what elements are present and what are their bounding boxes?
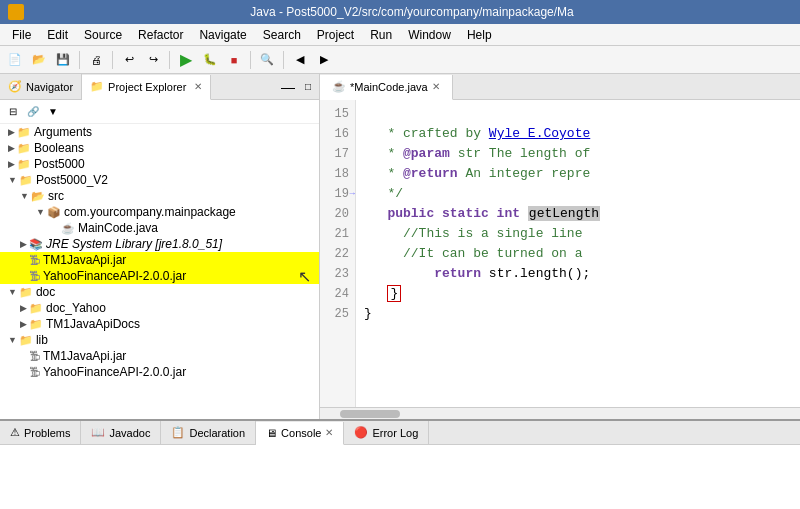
toolbar-sep-1 bbox=[79, 51, 80, 69]
tab-maincode-label: *MainCode.java bbox=[350, 81, 428, 93]
arrow-icon: ▶ bbox=[8, 127, 15, 137]
minimize-btn[interactable]: — bbox=[279, 78, 297, 96]
line-num-15: 15 bbox=[326, 104, 349, 124]
line-num-23: 23 bbox=[326, 264, 349, 284]
arrow-icon: ▶ bbox=[8, 159, 15, 169]
debug-button[interactable]: 🐛 bbox=[199, 49, 221, 71]
menu-navigate[interactable]: Navigate bbox=[191, 26, 254, 44]
project-icon: 📁 bbox=[19, 174, 33, 187]
close-icon[interactable]: ✕ bbox=[194, 81, 202, 92]
package-icon: 📦 bbox=[47, 206, 61, 219]
title-bar: Java - Post5000_V2/src/com/yourcompany/m… bbox=[0, 0, 800, 24]
menu-refactor[interactable]: Refactor bbox=[130, 26, 191, 44]
line-num-24: 24 bbox=[326, 284, 349, 304]
code-line-25 bbox=[364, 326, 372, 341]
menu-edit[interactable]: Edit bbox=[39, 26, 76, 44]
maximize-btn[interactable]: □ bbox=[299, 78, 317, 96]
tab-console[interactable]: 🖥 Console ✕ bbox=[256, 422, 344, 445]
link-editor-btn[interactable]: 🔗 bbox=[24, 103, 42, 121]
tree-item-doc[interactable]: ▼ 📁 doc bbox=[0, 284, 319, 300]
menu-search[interactable]: Search bbox=[255, 26, 309, 44]
tab-project-explorer[interactable]: 📁 Project Explorer ✕ bbox=[82, 75, 211, 100]
search-button[interactable]: 🔍 bbox=[256, 49, 278, 71]
left-panel: 🧭 Navigator 📁 Project Explorer ✕ — □ ⊟ 🔗… bbox=[0, 74, 320, 419]
code-scrollbar[interactable] bbox=[320, 407, 800, 419]
tree-item-tm1jar[interactable]: ▶ 🗜 TM1JavaApi.jar bbox=[0, 252, 319, 268]
tree-item-tm1docs[interactable]: ▶ 📁 TM1JavaApiDocs bbox=[0, 316, 319, 332]
stop-button[interactable]: ■ bbox=[223, 49, 245, 71]
tree-item-maincode[interactable]: ▶ ☕ MainCode.java bbox=[0, 220, 319, 236]
menu-project[interactable]: Project bbox=[309, 26, 362, 44]
collapse-all-btn[interactable]: ⊟ bbox=[4, 103, 22, 121]
arrow-icon: ▼ bbox=[20, 191, 29, 201]
redo-button[interactable]: ↪ bbox=[142, 49, 164, 71]
tab-errorlog-label: Error Log bbox=[372, 427, 418, 439]
tree-item-lib[interactable]: ▼ 📁 lib bbox=[0, 332, 319, 348]
tab-javadoc[interactable]: 📖 Javadoc bbox=[81, 421, 161, 444]
console-icon: 🖥 bbox=[266, 427, 277, 439]
line-num-19: 19→ bbox=[326, 184, 349, 204]
bottom-panel: ⚠ Problems 📖 Javadoc 📋 Declaration 🖥 Con… bbox=[0, 419, 800, 509]
tab-problems[interactable]: ⚠ Problems bbox=[0, 421, 81, 444]
tree-item-arguments[interactable]: ▶ 📁 Arguments bbox=[0, 124, 319, 140]
folder-icon: 📁 bbox=[17, 126, 31, 139]
open-button[interactable]: 📂 bbox=[28, 49, 50, 71]
print-button[interactable]: 🖨 bbox=[85, 49, 107, 71]
menu-btn[interactable]: ▼ bbox=[44, 103, 62, 121]
save-button[interactable]: 💾 bbox=[52, 49, 74, 71]
tab-navigator-label: Navigator bbox=[26, 81, 73, 93]
javadoc-icon: 📖 bbox=[91, 426, 105, 439]
arrow-icon: ▼ bbox=[8, 287, 17, 297]
tab-errorlog[interactable]: 🔴 Error Log bbox=[344, 421, 429, 444]
problems-icon: ⚠ bbox=[10, 426, 20, 439]
code-line-18: */ bbox=[364, 186, 403, 201]
menu-file[interactable]: File bbox=[4, 26, 39, 44]
tab-maincode[interactable]: ☕ *MainCode.java ✕ bbox=[320, 75, 453, 100]
console-close-icon[interactable]: ✕ bbox=[325, 427, 333, 438]
editor-tabs: ☕ *MainCode.java ✕ bbox=[320, 74, 800, 100]
toolbar: 📄 📂 💾 🖨 ↩ ↪ ▶ 🐛 ■ 🔍 ◀ ▶ bbox=[0, 46, 800, 74]
scroll-thumb[interactable] bbox=[340, 410, 400, 418]
tab-declaration[interactable]: 📋 Declaration bbox=[161, 421, 256, 444]
code-line-19: public static int getLength bbox=[364, 206, 600, 221]
code-line-15-link[interactable]: Wyle E.Coyote bbox=[489, 126, 590, 141]
folder-icon: 📁 bbox=[19, 286, 33, 299]
window-title: Java - Post5000_V2/src/com/yourcompany/m… bbox=[32, 5, 792, 19]
error-log-icon: 🔴 bbox=[354, 426, 368, 439]
undo-button[interactable]: ↩ bbox=[118, 49, 140, 71]
jar-icon: 🗜 bbox=[29, 366, 40, 378]
tab-javadoc-label: Javadoc bbox=[109, 427, 150, 439]
tab-close-icon[interactable]: ✕ bbox=[432, 81, 440, 92]
line-num-22: 22 bbox=[326, 244, 349, 264]
tab-console-label: Console bbox=[281, 427, 321, 439]
jar-icon: 🗜 bbox=[29, 254, 40, 266]
code-line-16: * @param str The length of bbox=[364, 146, 590, 161]
code-line-24: } bbox=[364, 306, 372, 321]
next-button[interactable]: ▶ bbox=[313, 49, 335, 71]
declaration-icon: 📋 bbox=[171, 426, 185, 439]
menu-help[interactable]: Help bbox=[459, 26, 500, 44]
folder-icon: 📁 bbox=[17, 142, 31, 155]
tree-item-booleans[interactable]: ▶ 📁 Booleans bbox=[0, 140, 319, 156]
tree-item-doc-yahoo[interactable]: ▶ 📁 doc_Yahoo bbox=[0, 300, 319, 316]
tree-item-src[interactable]: ▼ 📂 src bbox=[0, 188, 319, 204]
run-button[interactable]: ▶ bbox=[175, 49, 197, 71]
tab-navigator[interactable]: 🧭 Navigator bbox=[0, 74, 82, 99]
prev-button[interactable]: ◀ bbox=[289, 49, 311, 71]
tree-item-post5000[interactable]: ▶ 📁 Post5000 bbox=[0, 156, 319, 172]
code-content[interactable]: * crafted by Wyle E.Coyote * @param str … bbox=[356, 100, 800, 407]
library-icon: 📚 bbox=[29, 238, 43, 251]
menu-window[interactable]: Window bbox=[400, 26, 459, 44]
tree-item-post5000v2[interactable]: ▼ 📁 Post5000_V2 bbox=[0, 172, 319, 188]
folder-icon: 📂 bbox=[31, 190, 45, 203]
menu-run[interactable]: Run bbox=[362, 26, 400, 44]
project-explorer-icon: 📁 bbox=[90, 80, 104, 93]
tree-item-jre[interactable]: ▶ 📚 JRE System Library [jre1.8.0_51] bbox=[0, 236, 319, 252]
menu-source[interactable]: Source bbox=[76, 26, 130, 44]
new-button[interactable]: 📄 bbox=[4, 49, 26, 71]
tree-item-lib-yahoojar[interactable]: ▶ 🗜 YahooFinanceAPI-2.0.0.jar bbox=[0, 364, 319, 380]
tree-item-yahoojar[interactable]: ▶ 🗜 YahooFinanceAPI-2.0.0.jar ↖ bbox=[0, 268, 319, 284]
code-line-21: //It can be turned on a bbox=[364, 246, 582, 261]
tree-item-package[interactable]: ▼ 📦 com.yourcompany.mainpackage bbox=[0, 204, 319, 220]
tree-item-lib-tm1jar[interactable]: ▶ 🗜 TM1JavaApi.jar bbox=[0, 348, 319, 364]
